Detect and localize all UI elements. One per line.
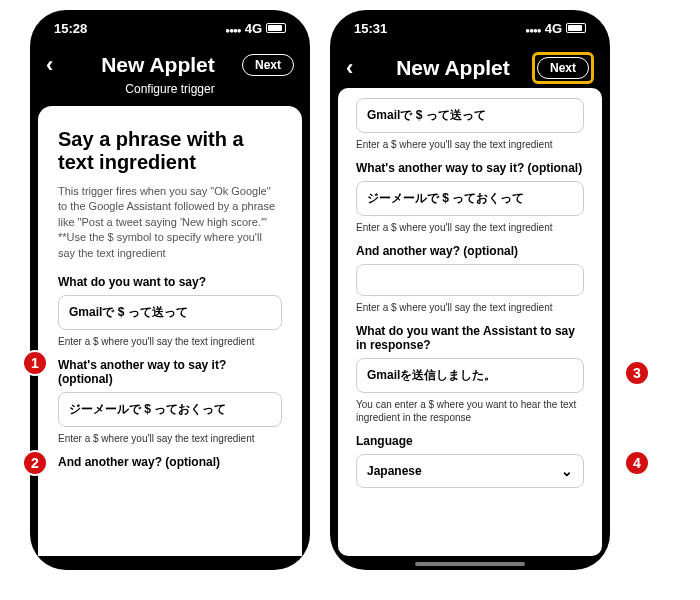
- phrase-input-1[interactable]: Gmailで $ って送って: [58, 295, 282, 330]
- phrase-input-2-value: ジーメールで $ っておくって: [367, 190, 524, 207]
- hint-1: Enter a $ where you'll say the text ingr…: [356, 138, 584, 151]
- language-value: Japanese: [367, 464, 422, 478]
- question-4-label: What do you want the Assistant to say in…: [356, 324, 584, 352]
- phrase-input-3[interactable]: [356, 264, 584, 296]
- status-time: 15:28: [54, 21, 87, 36]
- callout-badge-4: 4: [624, 450, 650, 476]
- phrase-input-2-value: ジーメールで $ っておくって: [69, 401, 226, 418]
- network-label: 4G: [545, 21, 562, 36]
- next-button[interactable]: Next: [537, 57, 589, 79]
- phrase-input-2[interactable]: ジーメールで $ っておくって: [58, 392, 282, 427]
- language-select[interactable]: Japanese ⌄: [356, 454, 584, 488]
- callout-badge-3: 3: [624, 360, 650, 386]
- question-1-label: What do you want to say?: [58, 275, 282, 289]
- phone-left: 15:28 4G ‹ New Applet Next Configure tri…: [30, 10, 310, 570]
- next-highlight: Next: [532, 52, 594, 84]
- question-3-label: And another way? (optional): [356, 244, 584, 258]
- network-label: 4G: [245, 21, 262, 36]
- config-card: Say a phrase with a text ingredient This…: [38, 106, 302, 556]
- status-right: 4G: [525, 21, 586, 36]
- question-2-label: What's another way to say it? (optional): [58, 358, 282, 386]
- hint-2: Enter a $ where you'll say the text ingr…: [58, 432, 282, 445]
- app-header: ‹ New Applet Next: [330, 46, 610, 88]
- hint-3: Enter a $ where you'll say the text ingr…: [356, 301, 584, 314]
- status-right: 4G: [225, 21, 286, 36]
- card-title: Say a phrase with a text ingredient: [58, 128, 282, 174]
- back-button[interactable]: ‹: [46, 52, 74, 78]
- hint-1: Enter a $ where you'll say the text ingr…: [58, 335, 282, 348]
- question-2-label: What's another way to say it? (optional): [356, 161, 584, 175]
- page-title: New Applet: [396, 56, 510, 80]
- status-bar: 15:28 4G: [30, 10, 310, 46]
- language-label: Language: [356, 434, 584, 448]
- phone-right: 15:31 4G ‹ New Applet Next Gmailで $ って送っ…: [330, 10, 610, 570]
- subheader: Configure trigger: [30, 82, 310, 106]
- page-title: New Applet: [101, 53, 215, 77]
- config-card: Gmailで $ って送って Enter a $ where you'll sa…: [338, 88, 602, 556]
- phrase-input-2[interactable]: ジーメールで $ っておくって: [356, 181, 584, 216]
- phrase-input-1-value: Gmailで $ って送って: [69, 304, 188, 321]
- response-input-value: Gmailを送信しました。: [367, 367, 496, 384]
- phrase-input-1[interactable]: Gmailで $ って送って: [356, 98, 584, 133]
- back-button[interactable]: ‹: [346, 55, 374, 81]
- card-description: This trigger fires when you say "Ok Goog…: [58, 184, 282, 261]
- hint-2: Enter a $ where you'll say the text ingr…: [356, 221, 584, 234]
- home-indicator: [415, 562, 525, 566]
- phrase-input-1-value: Gmailで $ って送って: [367, 107, 486, 124]
- hint-4: You can enter a $ where you want to hear…: [356, 398, 584, 424]
- response-input[interactable]: Gmailを送信しました。: [356, 358, 584, 393]
- callout-badge-1: 1: [22, 350, 48, 376]
- callout-badge-2: 2: [22, 450, 48, 476]
- app-header: ‹ New Applet Next: [30, 46, 310, 82]
- next-button[interactable]: Next: [242, 54, 294, 76]
- battery-icon: [566, 23, 586, 33]
- status-time: 15:31: [354, 21, 387, 36]
- home-indicator: [115, 562, 225, 566]
- status-bar: 15:31 4G: [330, 10, 610, 46]
- question-3-label: And another way? (optional): [58, 455, 282, 469]
- signal-icon: [525, 21, 540, 36]
- chevron-down-icon: ⌄: [561, 463, 573, 479]
- signal-icon: [225, 21, 240, 36]
- battery-icon: [266, 23, 286, 33]
